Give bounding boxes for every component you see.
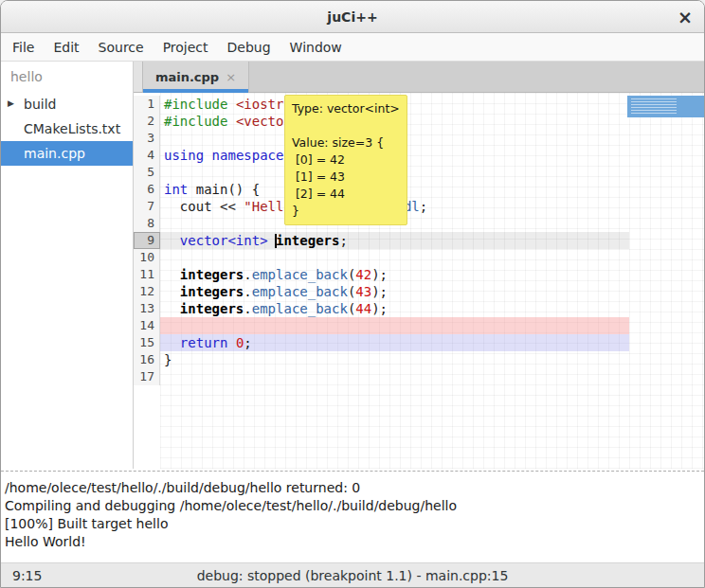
menu-item-file[interactable]: File xyxy=(3,33,44,61)
code-segment: #include xyxy=(164,97,227,112)
code-line[interactable]: 12 integers.emplace_back(43); xyxy=(134,283,704,300)
menu-item-edit[interactable]: Edit xyxy=(44,33,88,61)
tab-bar-notch xyxy=(134,62,143,92)
code-segment xyxy=(164,335,180,350)
code-segment: integers xyxy=(180,267,244,282)
minimap-viewport[interactable] xyxy=(627,96,704,117)
tooltip-line: Type: vector<int> xyxy=(292,100,400,117)
code-line-text[interactable]: } xyxy=(160,351,629,368)
code-line[interactable]: 13 integers.emplace_back(44); xyxy=(134,300,704,317)
code-segment: ); xyxy=(371,267,388,282)
code-line-text[interactable]: integers.emplace_back(44); xyxy=(160,300,629,317)
tab-label: main.cpp xyxy=(155,70,219,84)
code-line[interactable]: 15 return 0; xyxy=(134,334,704,351)
line-number[interactable]: 6 xyxy=(134,181,160,198)
code-segment: . xyxy=(244,284,251,299)
code-line[interactable]: 3 xyxy=(134,130,704,147)
code-line[interactable]: 14 xyxy=(134,317,704,334)
code-line-text[interactable]: vector<int> integers; xyxy=(160,232,629,249)
line-number[interactable]: 11 xyxy=(134,266,160,283)
tooltip-line: } xyxy=(292,203,400,220)
menu-item-project[interactable]: Project xyxy=(154,33,218,61)
titlebar[interactable]: juCi++ × xyxy=(1,1,704,33)
sidebar-item-cmakelists-txt[interactable]: CMakeLists.txt xyxy=(1,116,133,141)
code-segment: . xyxy=(244,301,251,316)
line-number[interactable]: 10 xyxy=(134,249,160,266)
code-segment: cout << xyxy=(164,199,244,214)
code-segment: . xyxy=(244,267,251,282)
tab-close-icon[interactable]: × xyxy=(226,70,236,84)
code-line[interactable]: 9 vector<int> integers; xyxy=(134,232,704,249)
menu-item-window[interactable]: Window xyxy=(280,33,352,61)
code-line[interactable]: 8 xyxy=(134,215,704,232)
code-line[interactable]: 17 xyxy=(134,368,704,385)
tree-item-label: build xyxy=(24,97,56,112)
line-number[interactable]: 2 xyxy=(134,113,160,130)
code-segment: return xyxy=(180,335,228,350)
line-number[interactable]: 15 xyxy=(134,334,160,351)
app-window: juCi++ × FileEditSourceProjectDebugWindo… xyxy=(0,0,705,588)
line-number[interactable]: 4 xyxy=(134,147,160,164)
code-line[interactable]: 10 xyxy=(134,249,704,266)
code-line[interactable]: 1#include <iostream> xyxy=(134,96,704,113)
project-name[interactable]: hello xyxy=(1,67,133,92)
code-line[interactable]: 16} xyxy=(134,351,704,368)
status-time: 9:15 xyxy=(1,568,42,583)
code-line[interactable]: 4using namespace std; xyxy=(134,147,704,164)
debug-value-tooltip: Type: vector<int> Value: size=3 { [0] = … xyxy=(284,95,407,225)
code-segment xyxy=(164,267,180,282)
code-editor[interactable]: 1#include <iostream>2#include <vector>34… xyxy=(134,93,704,469)
tooltip-line: Value: size=3 { xyxy=(292,134,400,151)
code-line-text[interactable] xyxy=(160,249,629,266)
code-segment: 44 xyxy=(355,301,371,316)
code-segment: 42 xyxy=(355,267,371,282)
code-segment: #include xyxy=(164,114,227,129)
code-line-text[interactable]: return 0; xyxy=(160,334,629,351)
tab-bar: main.cpp × xyxy=(134,62,704,93)
line-number[interactable]: 13 xyxy=(134,300,160,317)
code-segment xyxy=(164,284,180,299)
line-number[interactable]: 1 xyxy=(134,96,160,113)
code-segment: integers xyxy=(180,284,244,299)
menu-item-debug[interactable]: Debug xyxy=(218,33,280,61)
status-bar: 9:15 debug: stopped (breakpoint 1.1) - m… xyxy=(1,562,704,587)
code-segment xyxy=(227,335,235,350)
line-number[interactable]: 8 xyxy=(134,215,160,232)
line-number[interactable]: 16 xyxy=(134,351,160,368)
line-number[interactable]: 5 xyxy=(134,164,160,181)
pane-separator-line xyxy=(1,471,704,472)
line-number[interactable]: 7 xyxy=(134,198,160,215)
code-line-text[interactable]: integers.emplace_back(43); xyxy=(160,283,629,300)
close-icon[interactable]: × xyxy=(678,5,693,29)
code-line-text[interactable]: integers.emplace_back(42); xyxy=(160,266,629,283)
code-segment xyxy=(164,233,180,248)
code-segment: emplace_back xyxy=(252,284,348,299)
code-line[interactable]: 2#include <vector> xyxy=(134,113,704,130)
expander-icon[interactable]: ▶ xyxy=(8,98,14,108)
code-line[interactable]: 7 cout << "Hello World!" << endl; xyxy=(134,198,704,215)
code-segment xyxy=(204,148,211,163)
line-number[interactable]: 14 xyxy=(134,317,160,334)
code-segment: } xyxy=(164,352,172,367)
code-line-text[interactable] xyxy=(160,368,629,385)
console-line: /home/olece/test/hello/./build/debug/hel… xyxy=(5,479,704,497)
console-line: Hello World! xyxy=(5,533,704,551)
line-number[interactable]: 9 xyxy=(134,232,160,249)
sidebar-item-build[interactable]: ▶build xyxy=(1,92,133,116)
sidebar-item-main-cpp[interactable]: main.cpp xyxy=(1,141,133,166)
tab-main-cpp[interactable]: main.cpp × xyxy=(143,62,249,92)
menu-item-source[interactable]: Source xyxy=(89,33,154,61)
code-line[interactable]: 5 xyxy=(134,164,704,181)
content-area: hello ▶buildCMakeLists.txtmain.cpp main.… xyxy=(1,62,704,469)
menubar: FileEditSourceProjectDebugWindow xyxy=(1,33,704,62)
line-number[interactable]: 12 xyxy=(134,283,160,300)
line-number[interactable]: 3 xyxy=(134,130,160,147)
code-line-text[interactable] xyxy=(160,317,629,334)
code-line[interactable]: 6int main() { xyxy=(134,181,704,198)
tree-item-label: CMakeLists.txt xyxy=(24,121,120,136)
line-number[interactable]: 17 xyxy=(134,368,160,385)
code-segment: ); xyxy=(371,284,388,299)
code-segment xyxy=(227,114,235,129)
code-line[interactable]: 11 integers.emplace_back(42); xyxy=(134,266,704,283)
minimap[interactable] xyxy=(627,93,704,469)
